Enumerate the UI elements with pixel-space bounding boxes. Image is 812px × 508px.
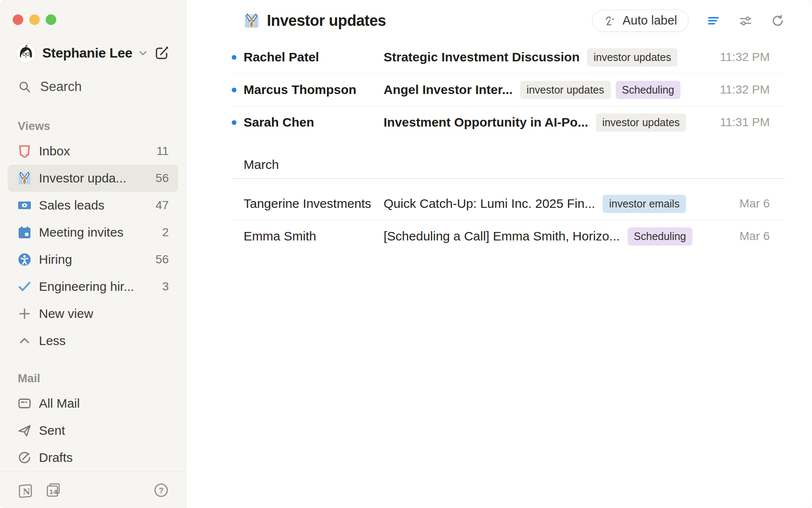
sidebar-item-inbox[interactable]: Inbox11 (8, 138, 178, 165)
necktie-icon (243, 12, 260, 29)
sidebar-action-less[interactable]: Less (8, 327, 178, 354)
refresh-icon[interactable] (771, 14, 785, 28)
email-subject: Quick Catch-Up: Lumi Inc. 2025 Fin... (384, 196, 595, 211)
unread-dot (232, 88, 244, 92)
email-sender: Sarah Chen (244, 115, 384, 130)
email-labels: investor updatesScheduling (520, 81, 680, 99)
sidebar-item-meeting-invites[interactable]: Meeting invites2 (8, 219, 178, 246)
unread-dot (232, 55, 236, 60)
label-chip[interactable]: investor updates (587, 48, 677, 66)
label-chip[interactable]: investor emails (603, 195, 686, 213)
nav-item-label: Meeting invites (39, 225, 123, 240)
email-row[interactable]: Tangerine InvestmentsQuick Catch-Up: Lum… (232, 188, 785, 220)
sidebar-actions: New viewLess (0, 300, 186, 354)
email-group: Rachel PatelStrategic Investment Discuss… (232, 41, 785, 138)
window-controls (13, 14, 186, 25)
email-sender: Emma Smith (244, 229, 384, 243)
email-labels: investor updates (587, 48, 677, 66)
avatar (16, 43, 36, 63)
nav-item-label: New view (39, 306, 93, 321)
views-section-label: Views (18, 120, 186, 133)
view-header: Investor updates Auto label (186, 0, 812, 41)
sidebar-item-hiring[interactable]: Hiring56 (8, 246, 178, 273)
page-title: Investor updates (267, 12, 386, 30)
nav-item-count: 11 (156, 144, 169, 158)
svg-text:?: ? (159, 486, 164, 495)
unread-dot (232, 120, 244, 125)
group-heading: March (232, 151, 785, 178)
sliders-icon[interactable] (738, 14, 753, 28)
mail-app-window: Stephanie Lee Search Views Inbox11Invest… (0, 0, 812, 508)
auto-label-icon (604, 14, 617, 28)
email-row[interactable]: Sarah ChenInvestment Opportunity in AI-P… (232, 106, 785, 138)
svg-text:N: N (23, 487, 30, 496)
sidebar-item-drafts[interactable]: Drafts (8, 444, 178, 471)
sidebar-item-sales-leads[interactable]: Sales leads47 (8, 192, 178, 219)
email-subject: Investment Opportunity in AI-Po... (384, 115, 588, 130)
email-sender: Tangerine Investments (244, 196, 384, 211)
sidebar-action-new-view[interactable]: New view (8, 300, 178, 327)
email-row[interactable]: Emma Smith[Scheduling a Call] Emma Smith… (232, 220, 785, 252)
email-time: 11:32 PM (710, 50, 770, 64)
email-list-pane: Investor updates Auto label (186, 0, 812, 508)
zoom-button[interactable] (46, 14, 56, 25)
sidebar: Stephanie Lee Search Views Inbox11Invest… (0, 0, 186, 508)
chevron-down-icon[interactable] (137, 47, 148, 58)
nav-item-count: 47 (156, 199, 169, 212)
nav-item-count: 56 (156, 253, 169, 266)
email-labels: investor updates (596, 113, 686, 132)
views-list: Inbox11Investor upda...56Sales leads47Me… (0, 138, 186, 300)
notion-icon[interactable]: N (17, 482, 34, 499)
minimize-button[interactable] (29, 14, 40, 25)
chevron-up-icon (17, 333, 32, 348)
close-button[interactable] (13, 14, 23, 25)
email-subject: Angel Investor Inter... (384, 83, 513, 97)
nav-item-count: 3 (162, 280, 169, 293)
sidebar-item-sent[interactable]: Sent (8, 417, 178, 444)
email-row[interactable]: Marcus ThompsonAngel Investor Inter...in… (232, 74, 785, 106)
accessibility-icon (17, 252, 32, 267)
calendar-app-icon[interactable]: 14 (45, 482, 62, 499)
nav-item-count: 56 (156, 171, 169, 185)
nav-item-label: Sent (39, 423, 65, 438)
email-labels: investor emails (603, 195, 686, 213)
sidebar-footer: N 14 ? (0, 472, 186, 508)
plus-icon (17, 306, 32, 321)
email-group: Tangerine InvestmentsQuick Catch-Up: Lum… (232, 179, 785, 252)
banknote-icon (17, 198, 32, 213)
calendar-icon (17, 225, 32, 240)
svg-text:14: 14 (49, 489, 58, 495)
nav-item-label: All Mail (39, 396, 80, 411)
sidebar-item-investor-upda[interactable]: Investor upda...56 (8, 165, 178, 192)
mail-section-label: Mail (18, 372, 186, 385)
email-list: Rachel PatelStrategic Investment Discuss… (232, 41, 785, 252)
drafts-icon (17, 450, 32, 465)
unread-dot (232, 88, 236, 92)
search-placeholder: Search (40, 79, 82, 94)
sidebar-item-all-mail[interactable]: All Mail (8, 390, 178, 417)
email-labels: Scheduling (628, 227, 693, 246)
checkmark-icon (17, 279, 32, 294)
nav-item-label: Engineering hir... (39, 279, 134, 294)
filter-icon[interactable] (706, 14, 721, 28)
email-row[interactable]: Rachel PatelStrategic Investment Discuss… (232, 41, 785, 73)
account-switcher[interactable]: Stephanie Lee (16, 43, 170, 63)
compose-icon[interactable] (154, 45, 170, 61)
auto-label-button[interactable]: Auto label (592, 10, 689, 32)
search-input[interactable]: Search (18, 77, 170, 96)
email-time: Mar 6 (729, 229, 770, 243)
nav-item-label: Drafts (39, 450, 73, 465)
email-sender: Marcus Thompson (244, 83, 384, 97)
email-sender: Rachel Patel (244, 50, 384, 64)
header-controls: Auto label (592, 10, 785, 32)
label-chip[interactable]: investor updates (520, 81, 610, 99)
sidebar-item-engineering-hir[interactable]: Engineering hir...3 (8, 273, 178, 300)
help-icon[interactable]: ? (154, 483, 169, 498)
email-time: 11:32 PM (710, 83, 770, 97)
sent-icon (17, 423, 32, 438)
label-chip[interactable]: investor updates (596, 113, 686, 132)
mail-list: All MailSentDrafts (0, 390, 186, 471)
label-chip[interactable]: Scheduling (628, 227, 693, 246)
label-chip[interactable]: Scheduling (616, 81, 681, 99)
allmail-icon (17, 396, 32, 411)
